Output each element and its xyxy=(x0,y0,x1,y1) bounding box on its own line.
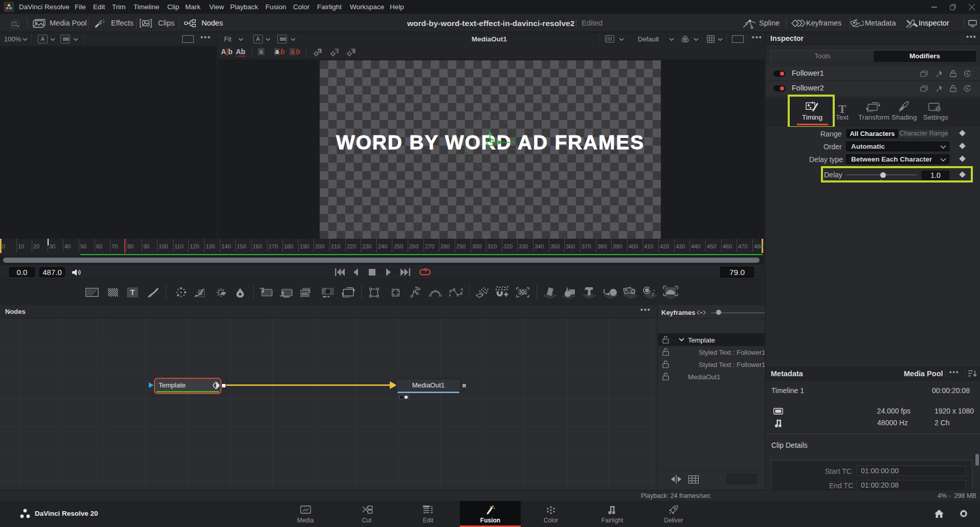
svg-text:T: T xyxy=(130,288,135,296)
